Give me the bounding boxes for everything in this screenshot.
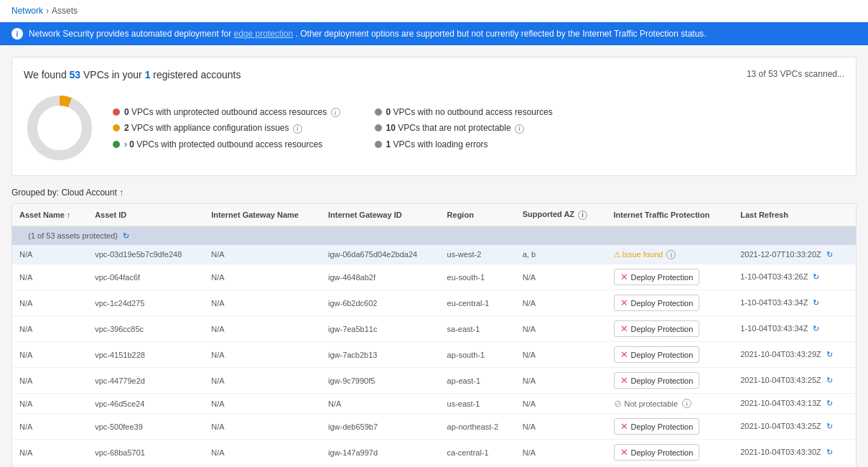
col-igw-name[interactable]: Internet Gateway Name: [204, 204, 321, 226]
row-refresh-icon[interactable]: ↻: [813, 272, 819, 281]
last-refresh-cell: 2021-10-04T03:43:29Z ↻: [733, 342, 856, 368]
igw-name-cell: N/A: [204, 245, 321, 264]
green-dot: [113, 141, 120, 148]
region-cell: ap-northeast-2: [440, 414, 515, 440]
row-refresh-icon[interactable]: ↻: [826, 448, 833, 456]
col-supported-az[interactable]: Supported AZ i: [515, 204, 607, 226]
gray-dot-1: [375, 108, 382, 116]
az-cell: N/A: [515, 316, 607, 342]
region-cell: us-west-2: [440, 245, 515, 264]
az-info-icon[interactable]: i: [578, 211, 587, 220]
summary-card: We found 53 VPCs in your 1 registered ac…: [11, 57, 857, 176]
issue-info-icon[interactable]: i: [666, 250, 676, 259]
col-asset-id[interactable]: Asset ID: [88, 204, 204, 226]
protection-cell: ✕Deploy Protection: [607, 342, 734, 368]
asset-id-cell: vpc-500fee39: [88, 414, 204, 440]
error-icon: ✕: [620, 447, 628, 458]
last-refresh-cell: 2021-10-04T03:43:13Z ↻: [733, 394, 856, 414]
row-refresh-icon[interactable]: ↻: [826, 376, 833, 384]
last-refresh-cell: 1-10-04T03:43:34Z ↻: [733, 316, 856, 342]
col-region[interactable]: Region: [440, 204, 515, 226]
asset-id-cell: vpc-396cc85c: [88, 316, 204, 342]
edge-protection-link[interactable]: edge protection: [233, 29, 293, 39]
deploy-protection-button[interactable]: ✕Deploy Protection: [614, 372, 700, 389]
col-last-refresh[interactable]: Last Refresh: [733, 204, 856, 226]
col-igw-id[interactable]: Internet Gateway ID: [321, 204, 440, 226]
az-cell: N/A: [515, 440, 607, 466]
deploy-protection-button[interactable]: ✕Deploy Protection: [614, 444, 700, 461]
deploy-protection-button[interactable]: ✕Deploy Protection: [614, 269, 700, 285]
not-protectable-info-icon[interactable]: i: [682, 399, 691, 408]
asset-name-cell: N/A: [12, 264, 88, 290]
asset-name-cell: N/A: [12, 414, 88, 440]
breadcrumb-network[interactable]: Network: [11, 6, 43, 16]
last-refresh-cell: 2021-12-07T10:33:20Z ↻: [733, 245, 856, 264]
warning-icon: ⚠: [614, 250, 621, 259]
igw-id-cell: igw-7ea5b11c: [321, 316, 440, 342]
info-icon-3[interactable]: i: [515, 124, 524, 134]
error-icon: ✕: [620, 349, 628, 360]
region-cell: sa-east-1: [440, 316, 515, 342]
asset-id-cell: vpc-4151b228: [88, 342, 204, 368]
refresh-group-icon[interactable]: ↻: [123, 231, 129, 240]
asset-name-cell: N/A: [12, 440, 88, 466]
deploy-protection-button[interactable]: ✕Deploy Protection: [614, 418, 700, 435]
group-label: Grouped by: Cloud Account ↑: [11, 188, 857, 198]
az-cell: N/A: [515, 368, 607, 394]
row-refresh-icon[interactable]: ↻: [826, 250, 833, 259]
row-refresh-icon[interactable]: ↻: [813, 324, 819, 333]
banner-text: Network Security provides automated depl…: [29, 29, 706, 39]
last-refresh-cell: 2021-10-04T03:43:25Z ↻: [733, 414, 856, 440]
last-refresh-cell: 1-10-04T03:43:34Z ↻: [733, 290, 856, 316]
asset-id-cell: vpc-03d19e5b7c9dfe248: [88, 245, 204, 264]
asset-name-cell: N/A: [12, 342, 88, 368]
asset-name-cell: N/A: [12, 368, 88, 394]
table-row: N/A vpc-44779e2d N/A igw-9c7990f5 ap-eas…: [12, 368, 856, 394]
asset-id-cell: vpc-064fac6f: [88, 264, 204, 290]
table-row: N/A vpc-064fac6f N/A igw-4648ab2f eu-sou…: [12, 264, 856, 290]
row-refresh-icon[interactable]: ↻: [826, 422, 833, 430]
error-icon: ✕: [620, 272, 628, 282]
protection-cell: ⚠Issue found i: [607, 245, 734, 264]
deploy-protection-button[interactable]: ✕Deploy Protection: [614, 346, 700, 363]
legend-item-yellow: 2 VPCs with appliance configuration issu…: [113, 123, 340, 134]
asset-group-row: (1 of 53 assets protected) ↻: [12, 226, 856, 246]
igw-name-cell: N/A: [204, 316, 321, 342]
igw-name-cell: N/A: [204, 290, 321, 316]
row-refresh-icon[interactable]: ↻: [813, 298, 819, 307]
table-row: N/A vpc-68ba5701 N/A igw-147a997d ca-cen…: [12, 440, 856, 466]
igw-id-cell: igw-deb659b7: [321, 414, 440, 440]
deploy-protection-button[interactable]: ✕Deploy Protection: [614, 320, 700, 337]
protection-cell: ✕Deploy Protection: [607, 316, 734, 342]
igw-name-cell: N/A: [204, 368, 321, 394]
info-icon-1[interactable]: i: [331, 108, 340, 117]
row-refresh-icon[interactable]: ↻: [826, 399, 833, 407]
col-protection[interactable]: Internet Traffic Protection: [607, 204, 734, 226]
region-cell: ap-south-1: [440, 342, 515, 368]
igw-id-cell: igw-4648ab2f: [321, 264, 440, 290]
error-icon: ✕: [620, 297, 628, 308]
table-row: N/A vpc-1c24d275 N/A igw-6b2dc602 eu-cen…: [12, 290, 856, 316]
igw-id-cell: igw-9c7990f5: [321, 368, 440, 394]
legend-item-not-protectable: 10 VPCs that are not protectable i: [375, 123, 602, 134]
region-cell: ap-east-1: [440, 368, 515, 394]
table-row: N/A vpc-46d5ce24 N/A N/A us-east-1 N/A ⊘…: [12, 394, 856, 414]
igw-name-cell: N/A: [204, 414, 321, 440]
asset-id-cell: vpc-44779e2d: [88, 368, 204, 394]
breadcrumb-separator: ›: [46, 6, 49, 16]
assets-table: Asset Name ↑ Asset ID Internet Gateway N…: [11, 203, 857, 467]
igw-name-cell: N/A: [204, 342, 321, 368]
protection-cell: ✕Deploy Protection: [607, 368, 734, 394]
az-cell: N/A: [515, 290, 607, 316]
igw-id-cell: igw-06da675d04e2bda24: [321, 245, 440, 264]
row-refresh-icon[interactable]: ↻: [826, 350, 833, 359]
not-protectable-label: ⊘Not protectable i: [614, 398, 692, 409]
igw-id-cell: igw-147a997d: [321, 440, 440, 466]
igw-id-cell: N/A: [321, 394, 440, 414]
col-asset-name[interactable]: Asset Name ↑: [12, 204, 88, 226]
table-row: N/A vpc-500fee39 N/A igw-deb659b7 ap-nor…: [12, 414, 856, 440]
info-banner: i Network Security provides automated de…: [0, 22, 868, 45]
info-icon-2[interactable]: i: [293, 124, 302, 134]
deploy-protection-button[interactable]: ✕Deploy Protection: [614, 295, 700, 311]
issue-found-label[interactable]: Issue found: [622, 250, 663, 259]
